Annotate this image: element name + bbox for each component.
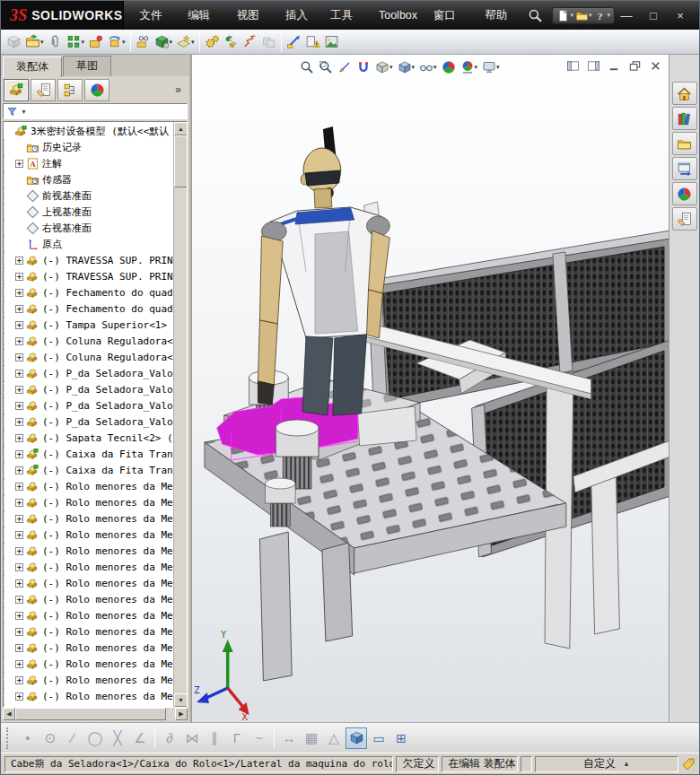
configuration-manager-tab[interactable] — [57, 79, 83, 101]
menu-item-6[interactable]: 窗口(W) — [425, 1, 477, 30]
expand-icon[interactable]: + — [15, 676, 23, 684]
filter-row[interactable]: ▼ — [3, 103, 188, 119]
task-pane-tab-design-library[interactable] — [672, 132, 697, 155]
tree-item[interactable]: +(-) P_da Seladora_Valor — [4, 397, 173, 414]
scroll-left-arrow[interactable]: ◀ — [3, 708, 15, 720]
apply-scene-button[interactable]: ▾ — [459, 57, 480, 76]
tree-item[interactable]: +(-) Rolo menores da Mess — [4, 559, 173, 575]
hide-show-items-button[interactable]: ▾ — [417, 57, 439, 76]
tree-item[interactable]: +(-) P_da Seladora_Valor — [4, 381, 173, 397]
expand-icon[interactable]: + — [15, 273, 23, 281]
scroll-right-arrow[interactable]: ▶ — [175, 708, 188, 720]
expand-icon[interactable]: + — [15, 450, 23, 458]
assembly-manager-tab[interactable] — [4, 79, 29, 101]
tree-item[interactable]: +(-) Coluna Reguladora<1> — [4, 333, 173, 349]
linear-pattern-button[interactable]: ▾ — [65, 31, 87, 53]
tree-item[interactable]: +(-) P_da Seladora_Valor — [4, 414, 173, 430]
tree-item[interactable]: +(-) P_da Seladora_Valor — [4, 365, 173, 381]
smart-fasteners-button[interactable] — [86, 31, 105, 53]
tab-sketch[interactable]: 草图 — [63, 56, 111, 76]
section-view-button[interactable] — [336, 57, 354, 76]
display-style-button[interactable]: ▾ — [396, 57, 417, 76]
menu-item-7[interactable]: 帮助(H) — [477, 1, 526, 30]
tree-item[interactable]: +(-) Caixa da Fita Transp — [4, 446, 173, 462]
viewport-multi-button[interactable]: ⊞ — [390, 727, 412, 749]
restore-button[interactable]: □ — [642, 9, 665, 22]
expand-icon[interactable]: + — [15, 257, 23, 265]
tree-item[interactable]: 原点 — [4, 236, 173, 252]
help-button[interactable]: ?▾ — [593, 9, 610, 22]
tree-item[interactable]: +(-) Rolo menores da Mess — [4, 510, 173, 527]
tree-item[interactable]: +(-) Fechamento do quadro — [4, 284, 173, 300]
expand-icon[interactable]: + — [15, 515, 23, 523]
filter-funnel-icon[interactable] — [6, 106, 18, 118]
expand-icon[interactable]: + — [15, 305, 23, 313]
edit-appearance-button[interactable] — [440, 57, 458, 76]
magnetic-mate-button[interactable] — [354, 57, 372, 76]
tree-item[interactable]: +(-) Rolo menores da Mess — [4, 623, 173, 640]
sk-dimension-button[interactable]: ↔ — [278, 727, 300, 749]
expand-icon[interactable]: + — [15, 660, 23, 668]
expand-icon[interactable]: + — [15, 644, 23, 652]
menu-item-0[interactable]: 文件(F) — [131, 1, 179, 30]
tree-item[interactable]: +(-) Rolo menores da Mess — [4, 688, 173, 704]
tree-item[interactable]: +(-) TRAVESSA SUP. PRINCI — [4, 268, 173, 284]
tree-vertical-scrollbar[interactable]: ▲ ▼ — [173, 122, 187, 707]
explode-line-sketch-button[interactable] — [241, 31, 259, 53]
move-component-button[interactable]: ▾ — [105, 31, 127, 53]
expand-icon[interactable]: + — [15, 321, 23, 329]
task-pane-tab-appearances[interactable] — [672, 182, 697, 205]
expand-icon[interactable]: + — [15, 596, 23, 604]
expand-icon[interactable]: + — [15, 563, 23, 571]
mate-button[interactable] — [46, 31, 65, 53]
hscroll-thumb[interactable] — [15, 708, 166, 720]
sk-trim-button[interactable]: ╳ — [107, 727, 128, 749]
measure-button[interactable] — [284, 31, 303, 53]
tree-item[interactable]: +(-) Fechamento do quadro — [4, 300, 173, 317]
expand-icon[interactable]: + — [15, 579, 23, 588]
sk-ellipse-button[interactable]: ◯ — [84, 727, 106, 749]
sk-arc-button[interactable]: ∂ — [159, 727, 180, 749]
sk-grid-button[interactable]: ▦ — [301, 727, 322, 749]
sk-parallel-button[interactable]: ∥ — [204, 727, 225, 749]
sk-spline-button[interactable]: ~ — [249, 727, 270, 749]
tree-item[interactable]: +(-) Rolo menores da Mess — [4, 656, 173, 672]
expand-icon[interactable]: + — [15, 418, 23, 426]
doc-minimize-button[interactable] — [605, 57, 623, 74]
tree-item[interactable]: +(-) Sapata Tecnil<2> (默 — [4, 430, 173, 446]
doc-close-button[interactable] — [646, 57, 664, 74]
tab-assembly[interactable]: 装配体 — [3, 57, 62, 77]
scroll-thumb[interactable] — [174, 135, 188, 187]
tree-item[interactable]: +(-) Rolo menores da Mess — [4, 543, 173, 559]
tree-item[interactable]: +(-) Rolo menores da Mess — [4, 527, 173, 543]
task-pane-tab-custom-properties[interactable] — [672, 207, 697, 231]
tree-item[interactable]: +(-) Tampa Superior<1> (默 — [4, 317, 173, 333]
expand-icon[interactable]: + — [15, 289, 23, 297]
tree-item[interactable]: 前视基准面 — [4, 187, 173, 204]
search-icon[interactable] — [528, 8, 543, 23]
expand-icon[interactable]: + — [15, 692, 23, 701]
tree-item[interactable]: +(-) TRAVESSA SUP. PRINCI — [4, 252, 173, 268]
tree-item[interactable]: +(-) Rolo menores da Mess — [4, 494, 173, 510]
view-orientation-button[interactable]: ▾ — [373, 57, 395, 76]
doc-restore-button[interactable] — [626, 57, 643, 74]
graphics-viewport[interactable]: Y Z X ▾▾▾▾▾ — [191, 55, 669, 722]
shaded-view-button[interactable] — [346, 727, 367, 749]
tree-item[interactable]: 历史记录 — [4, 139, 173, 155]
close-button[interactable]: × — [669, 9, 692, 22]
expand-icon[interactable]: + — [15, 483, 23, 491]
menu-item-2[interactable]: 视图(V) — [229, 1, 277, 30]
new-motion-study-button[interactable] — [203, 31, 222, 53]
expand-icon[interactable]: + — [15, 434, 23, 442]
insert-component-button[interactable] — [4, 31, 23, 53]
expand-icon[interactable]: + — [15, 531, 23, 539]
menu-item-3[interactable]: 插入(I) — [277, 1, 322, 30]
assembly-features-button[interactable]: ▾ — [153, 31, 175, 53]
task-pane-tab-file-explorer[interactable] — [672, 157, 697, 180]
check-active-document-button[interactable] — [303, 31, 322, 53]
photoview-button[interactable] — [322, 31, 341, 53]
expand-icon[interactable]: + — [15, 499, 23, 507]
expand-icon[interactable]: + — [15, 353, 23, 361]
sk-perpendicular-button[interactable]: Γ — [226, 727, 248, 749]
reference-geometry-button[interactable]: ▾ — [174, 31, 197, 53]
